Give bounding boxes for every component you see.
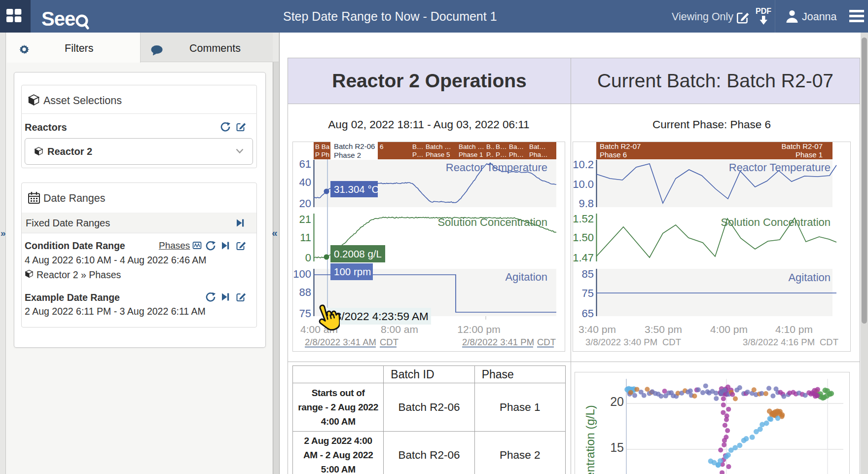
svg-text:2/8/2022 4:23:59 AM: 2/8/2022 4:23:59 AM [326, 310, 429, 323]
svg-text:Batch R2-07: Batch R2-07 [782, 142, 823, 150]
svg-text:1.52: 1.52 [573, 213, 594, 225]
svg-text:100: 100 [293, 268, 311, 280]
svg-text:3/8/2022 3:40 PM: 3/8/2022 3:40 PM [585, 337, 657, 347]
svg-text:11: 11 [300, 231, 311, 244]
svg-text:15: 15 [610, 440, 624, 454]
svg-text:Batch R2-07: Batch R2-07 [600, 142, 641, 150]
svg-text:Batch R2-06: Batch R2-06 [334, 142, 375, 150]
svg-text:Batch …: Batch … [459, 143, 484, 150]
svg-text:75: 75 [582, 287, 594, 299]
svg-text:Phase 2: Phase 2 [334, 151, 361, 159]
svg-text:Phase 1: Phase 1 [459, 151, 483, 158]
svg-text:Pha…: Pha… [529, 151, 548, 158]
svg-text:10.2: 10.2 [573, 158, 594, 171]
svg-text:P…: P… [412, 151, 424, 158]
svg-text:Ph…: Ph… [509, 151, 524, 158]
svg-text:CDT: CDT [662, 337, 681, 347]
svg-text:Bat…: Bat… [529, 143, 546, 150]
svg-text:Solution Concentration: Solution Concentration [721, 216, 831, 228]
svg-text:0: 0 [305, 252, 311, 264]
svg-text:20: 20 [610, 395, 624, 408]
svg-text:1.47: 1.47 [573, 252, 594, 264]
svg-text:Agitation: Agitation [788, 271, 831, 284]
svg-text:4:10 pm: 4:10 pm [775, 324, 813, 335]
svg-text:P Ph: P Ph [315, 151, 329, 158]
svg-text:8:00 am: 8:00 am [381, 324, 418, 335]
svg-text:Phase 1: Phase 1 [796, 150, 823, 159]
svg-text:10.0: 10.0 [573, 178, 594, 190]
svg-text:75: 75 [299, 307, 311, 320]
svg-text:3/8/2022 4:16 PM: 3/8/2022 4:16 PM [743, 337, 815, 347]
svg-text:B Ba: B Ba [315, 143, 330, 150]
svg-text:2/8/2022 3:41 AM: 2/8/2022 3:41 AM [305, 337, 376, 347]
svg-text:31.304 °C: 31.304 °C [334, 183, 379, 195]
svg-text:P..: P.. [486, 151, 494, 158]
svg-text:Solution Concentration (g/L): Solution Concentration (g/L) [583, 405, 597, 474]
svg-text:P…: P… [496, 151, 507, 158]
svg-text:Ba…: Ba… [509, 143, 524, 150]
svg-text:9.8: 9.8 [579, 197, 594, 210]
svg-text:1.50: 1.50 [573, 231, 594, 244]
svg-text:B..: B.. [486, 143, 495, 150]
svg-text:65: 65 [582, 307, 594, 320]
svg-text:6: 6 [380, 143, 384, 150]
svg-text:Phase 6: Phase 6 [600, 150, 627, 159]
svg-text:CDT: CDT [537, 337, 556, 347]
svg-text:40: 40 [299, 176, 311, 188]
svg-text:0.2008 g/L: 0.2008 g/L [334, 248, 382, 259]
svg-text:3:40 pm: 3:40 pm [579, 324, 616, 335]
svg-text:85: 85 [582, 268, 594, 280]
svg-text:Batch …: Batch … [426, 143, 451, 150]
svg-text:3:50 pm: 3:50 pm [645, 324, 682, 335]
svg-text:See: See [41, 8, 75, 30]
svg-text:PDF: PDF [756, 7, 771, 15]
svg-text:88: 88 [299, 286, 311, 298]
svg-text:B…: B… [412, 143, 424, 150]
svg-text:B…: B… [496, 143, 507, 150]
svg-text:20: 20 [299, 197, 311, 210]
svg-text:4:00 pm: 4:00 pm [710, 324, 748, 335]
svg-text:CDT: CDT [380, 337, 398, 347]
svg-text:12:00 pm: 12:00 pm [457, 324, 501, 335]
svg-text:Reactor Temperature: Reactor Temperature [446, 161, 547, 174]
svg-text:100 rpm: 100 rpm [334, 266, 371, 277]
svg-text:CDT: CDT [820, 337, 838, 347]
svg-text:Agitation: Agitation [505, 271, 547, 283]
svg-text:21: 21 [299, 213, 311, 225]
svg-text:Phase 5: Phase 5 [426, 151, 450, 158]
svg-text:2/8/2022 3:41 PM: 2/8/2022 3:41 PM [462, 337, 534, 347]
svg-text:61: 61 [299, 158, 311, 170]
